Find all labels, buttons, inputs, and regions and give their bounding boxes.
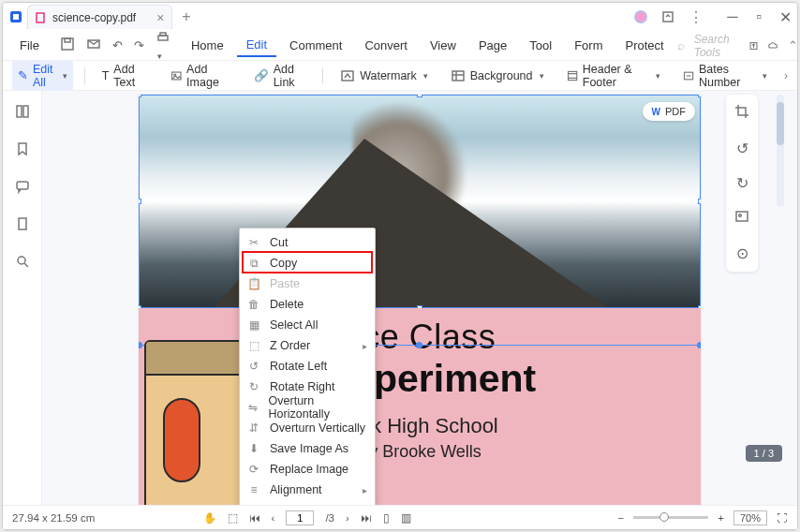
selected-image[interactable] [139,95,701,308]
ctx-icon: ✂ [247,236,260,249]
ctx-copy[interactable]: ⧉Copy [240,253,375,273]
kebab-menu-icon[interactable]: ⋮ [689,8,704,26]
ctx-z-order[interactable]: ⬚Z Order▸ [240,335,375,356]
zoom-out-icon[interactable]: − [618,512,625,524]
svg-rect-2 [37,13,44,22]
ctx-label: Select All [270,318,318,332]
svg-rect-12 [342,71,353,81]
background-button[interactable]: Background▾ [445,66,550,86]
account-icon[interactable] [634,10,647,23]
menu-edit[interactable]: Edit [237,34,276,57]
rotate-cw-icon[interactable]: ↻ [736,174,748,192]
collapse-ribbon-icon[interactable]: ⌃ [788,38,798,52]
redo-icon[interactable]: ↷ [130,37,148,54]
prev-page-icon[interactable]: ‹ [272,512,275,524]
extract-image-icon[interactable] [734,209,749,228]
document-tab[interactable]: science-copy.pdf × [27,5,172,29]
hand-tool-icon[interactable]: ✋ [203,511,216,525]
close-tab-icon[interactable]: × [156,10,164,25]
thumbnails-icon[interactable] [15,104,30,123]
edit-all-button[interactable]: ✎ Edit All ▾ [12,60,73,92]
export-icon[interactable] [748,38,759,53]
fit-page-icon[interactable]: ⛶ [777,512,788,524]
header-footer-icon [567,68,578,83]
crop-icon[interactable] [734,104,749,123]
header-footer-button[interactable]: Header & Footer▾ [561,60,666,92]
zoom-value[interactable]: 70% [733,510,767,525]
menu-page[interactable]: Page [469,35,516,56]
menu-convert[interactable]: Convert [355,35,417,56]
next-page-icon[interactable]: › [346,512,349,524]
file-menu[interactable]: File [10,35,49,56]
coords-readout: 27.94 x 21.59 cm [12,512,95,524]
edit-toolbar: ✎ Edit All ▾ TAdd Text Add Image 🔗Add Li… [3,61,797,91]
search-icon[interactable]: ⌕ [677,38,685,52]
menu-view[interactable]: View [421,35,466,56]
bates-number-button[interactable]: Bates Number▾ [677,60,773,92]
ctx-replace-image[interactable]: ⟳Replace Image [240,459,375,480]
menu-tool[interactable]: Tool [520,35,561,56]
attachments-icon[interactable] [15,216,30,235]
add-link-button[interactable]: 🔗Add Link [248,60,312,92]
svg-rect-17 [23,106,28,117]
more-options-icon[interactable]: ⊙ [736,244,748,262]
document-page[interactable]: nce Class : Experiment reek High School … [139,95,701,505]
ctx-icon: ↻ [247,380,260,393]
first-page-icon[interactable]: ⏮ [249,512,260,524]
zoom-in-icon[interactable]: + [718,512,724,524]
search-tools-input[interactable]: Search Tools [694,33,739,59]
vertical-scrollbar[interactable] [777,95,784,207]
mail-icon[interactable] [82,35,105,56]
bookmarks-icon[interactable] [15,141,30,160]
search-panel-icon[interactable] [15,254,30,273]
undo-icon[interactable]: ↶ [109,37,126,54]
zoom-slider[interactable] [633,516,708,519]
titlebar: science-copy.pdf × + ⋮ ─ ▫ ✕ [3,3,797,31]
cloud-icon[interactable] [768,38,778,53]
background-icon [451,68,466,83]
ctx-icon: ⋯ [247,504,260,505]
continuous-page-icon[interactable]: ▥ [401,511,411,525]
ctx-overturn-horizontally[interactable]: ⇋Overturn Horizontally [240,397,375,418]
pdf-file-icon [36,12,47,23]
ctx-select-all[interactable]: ▦Select All [240,315,375,335]
ctx-label: Cut [270,236,288,249]
toolbar-overflow-icon[interactable]: › [784,69,788,82]
last-page-icon[interactable]: ⏭ [361,512,372,524]
ctx-delete[interactable]: 🗑Delete [240,294,375,315]
minimize-button[interactable]: ─ [726,10,739,23]
ctx-cut[interactable]: ✂Cut [240,232,375,253]
menu-comment[interactable]: Comment [280,35,351,56]
select-tool-icon[interactable]: ⬚ [228,511,238,525]
ctx-save-image-as[interactable]: ⬇Save Image As [240,438,375,459]
single-page-icon[interactable]: ▯ [383,511,390,525]
print-icon[interactable]: ▾ [152,28,174,64]
ctx-label: Replace Image [270,463,348,476]
menu-protect[interactable]: Protect [615,35,673,56]
save-icon[interactable] [56,35,79,56]
add-text-button[interactable]: TAdd Text [96,60,154,92]
maximize-button[interactable]: ▫ [752,10,765,23]
ctx-rotate-left[interactable]: ↺Rotate Left [240,356,375,377]
canvas[interactable]: nce Class : Experiment reek High School … [42,91,797,505]
rotate-ccw-icon[interactable]: ↺ [736,140,748,157]
svg-point-22 [739,214,742,217]
add-image-button[interactable]: Add Image [165,60,237,92]
status-bar: 27.94 x 21.59 cm ✋ ⬚ ⏮ ‹ /3 › ⏭ ▯ ▥ − + … [3,505,797,529]
bates-label: Bates Number [699,63,756,89]
scrollbar-thumb[interactable] [777,102,784,145]
share-icon[interactable] [660,9,675,24]
watermark-label: Watermark [360,69,417,82]
pdf-to-word-badge[interactable]: WPDF [643,102,695,121]
ctx-icon: 📋 [247,277,260,290]
menu-form[interactable]: Form [565,35,612,56]
watermark-button[interactable]: Watermark▾ [334,66,434,86]
close-window-button[interactable]: ✕ [778,10,792,23]
page-number-input[interactable] [286,510,314,525]
comments-icon[interactable] [15,179,30,198]
menu-home[interactable]: Home [182,35,233,56]
ctx-alignment[interactable]: ≡Alignment▸ [240,480,375,500]
new-tab-button[interactable]: + [182,8,190,25]
right-toolbar: ↺ ↻ ⊙ [726,95,758,272]
ctx-overturn-vertically[interactable]: ⇵Overturn Vertically [240,418,375,438]
